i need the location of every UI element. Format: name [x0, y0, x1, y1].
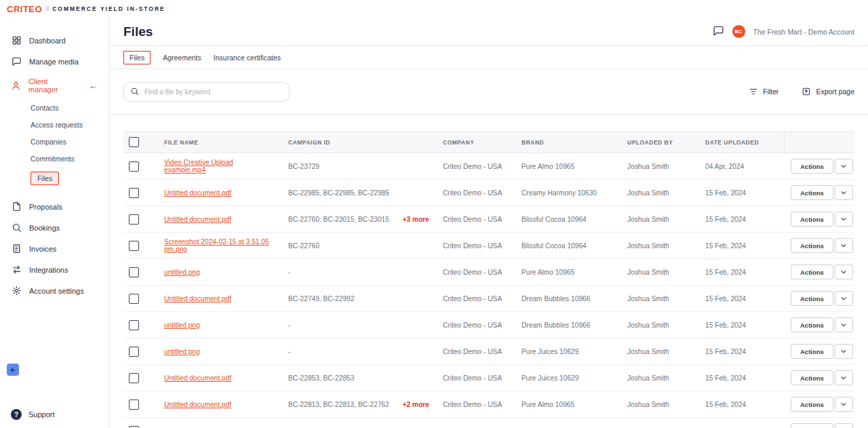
sidebar-item-dashboard[interactable]: Dashboard — [0, 30, 109, 51]
tab-files[interactable]: Files — [123, 51, 151, 64]
actions-button[interactable]: Actions — [791, 344, 833, 359]
actions-column-header — [784, 132, 854, 153]
actions-button[interactable]: Actions — [791, 238, 833, 253]
column-header[interactable]: Brand — [515, 132, 620, 153]
filter-button[interactable]: Filter — [749, 87, 778, 96]
more-campaigns-link[interactable]: +3 more — [397, 216, 429, 223]
company-cell: Criteo Demo - USA — [436, 365, 515, 391]
actions-button[interactable]: Actions — [791, 370, 833, 385]
file-name-link[interactable]: Untitled document.pdf — [164, 401, 231, 408]
campaign-id: BC-22985, BC-22985, BC-22985 — [288, 189, 389, 197]
chevron-down-icon — [840, 242, 847, 249]
table-row: Untitled document.pdfBC-22760, BC-23015,… — [123, 206, 854, 233]
sidebar-item-access-requests[interactable]: Access requests — [0, 116, 109, 133]
row-checkbox[interactable] — [129, 347, 139, 357]
sidebar-item-commitments[interactable]: Commitments — [0, 150, 109, 167]
row-checkbox[interactable] — [129, 188, 139, 198]
tab-agreements[interactable]: Agreements — [163, 54, 201, 62]
sidebar-item-invoices[interactable]: Invoices — [0, 238, 109, 259]
row-checkbox[interactable] — [129, 214, 139, 225]
actions-dropdown-button[interactable] — [835, 159, 853, 174]
actions-button[interactable]: Actions — [791, 317, 833, 332]
actions-button[interactable]: Actions — [791, 185, 833, 200]
campaign-id: - — [288, 348, 290, 355]
sidebar-item-companies[interactable]: Companies — [0, 133, 109, 150]
top-bar: CRITEO // COMMERCE YIELD IN-STORE — [0, 0, 868, 18]
row-checkbox[interactable] — [129, 373, 139, 383]
sidebar-item-proposals[interactable]: Proposals — [0, 196, 109, 217]
file-name-link[interactable]: untitled.png — [164, 348, 200, 355]
sidebar-item-client-manager[interactable]: Client manager← — [0, 72, 109, 99]
row-checkbox[interactable] — [129, 267, 139, 277]
date-uploaded-cell: 08 Feb, 2024 — [698, 418, 784, 428]
row-checkbox[interactable] — [129, 241, 139, 251]
actions-dropdown-button[interactable] — [835, 317, 853, 332]
actions-dropdown-button[interactable] — [835, 238, 853, 253]
tab-insurance-certificates[interactable]: Insurance certificates — [214, 54, 281, 62]
campaign-id: - — [288, 322, 290, 329]
column-header[interactable]: Uploaded by — [620, 132, 698, 153]
sidebar-item-manage-media[interactable]: Manage media — [0, 51, 109, 72]
actions-dropdown-button[interactable] — [835, 370, 853, 385]
file-name-link[interactable]: Untitled document.pdf — [164, 374, 231, 382]
actions-button[interactable]: Actions — [791, 291, 833, 306]
filter-label: Filter — [763, 87, 778, 96]
chevron-down-icon — [840, 322, 847, 328]
sidebar-item-integrations[interactable]: Integrations — [0, 259, 109, 280]
file-name-link[interactable]: Video Creative Upload example.mp4 — [164, 159, 233, 174]
collapse-sidebar-button[interactable] — [7, 364, 19, 376]
actions-dropdown-button[interactable] — [835, 423, 853, 428]
file-name-link[interactable]: untitled.png — [164, 322, 200, 329]
logo-separator: // — [45, 5, 49, 12]
arrow-left-icon — [9, 366, 17, 374]
actions-dropdown-button[interactable] — [835, 291, 853, 306]
sidebar-item-files[interactable]: Files — [0, 167, 109, 189]
page-header: Files BC The Fresh Mart - Demo Account — [110, 18, 868, 46]
company-cell: Criteo Demo - USA — [436, 338, 515, 365]
sidebar-item-label: Integrations — [29, 266, 68, 274]
more-campaigns-link[interactable]: +2 more — [397, 401, 429, 408]
sidebar-item-account-settings[interactable]: Account settings — [0, 280, 109, 301]
file-name-link[interactable]: Untitled document.pdf — [164, 189, 231, 197]
row-checkbox[interactable] — [129, 161, 139, 172]
column-header[interactable]: File name — [157, 132, 281, 153]
file-name-link[interactable]: untitled.png — [164, 269, 200, 276]
actions-button[interactable]: Actions — [791, 265, 833, 279]
files-table: File nameCampaign IDCompanyBrandUploaded… — [123, 131, 854, 428]
support-button[interactable]: ? Support — [11, 409, 55, 420]
actions-button[interactable]: Actions — [791, 159, 833, 174]
select-all-checkbox[interactable] — [129, 137, 139, 147]
export-page-button[interactable]: Export page — [802, 87, 854, 96]
account-avatar[interactable]: BC — [732, 25, 745, 38]
actions-dropdown-button[interactable] — [835, 212, 853, 227]
file-name-link[interactable]: Untitled document.pdf — [164, 295, 231, 303]
actions-dropdown-button[interactable] — [835, 265, 853, 279]
actions-dropdown-button[interactable] — [835, 344, 853, 359]
actions-button[interactable]: Actions — [791, 423, 833, 428]
date-uploaded-cell: 15 Feb, 2024 — [698, 338, 784, 365]
row-checkbox[interactable] — [129, 320, 139, 330]
row-checkbox[interactable] — [129, 400, 139, 410]
sidebar-item-label: Commitments — [31, 155, 75, 163]
sidebar-item-bookings[interactable]: Bookings — [0, 217, 109, 238]
search-input[interactable] — [123, 82, 290, 102]
company-cell: Criteo Demo - USA — [436, 206, 515, 233]
brand-cell: Blissful Cocoa 10964 — [515, 233, 620, 259]
table-row: Untitled document.pdfBC-22813, BC-22813,… — [123, 391, 854, 418]
column-header[interactable]: Date uploaded — [698, 132, 784, 153]
client-manager-icon — [11, 81, 21, 91]
column-header[interactable]: Company — [436, 132, 515, 153]
actions-button[interactable]: Actions — [791, 212, 833, 227]
sidebar-item-contacts[interactable]: Contacts — [0, 99, 109, 116]
date-uploaded-cell: 15 Feb, 2024 — [698, 233, 784, 259]
file-name-link[interactable]: Screenshot 2024-02-15 at 3.51.05 pm.png — [164, 238, 269, 253]
row-checkbox[interactable] — [129, 294, 139, 304]
row-checkbox[interactable] — [129, 426, 139, 428]
file-name-link[interactable]: Untitled document.pdf — [164, 216, 231, 223]
sidebar-item-label: Proposals — [29, 203, 62, 211]
actions-dropdown-button[interactable] — [835, 397, 853, 412]
actions-button[interactable]: Actions — [791, 397, 833, 412]
actions-dropdown-button[interactable] — [835, 185, 853, 200]
chat-button[interactable] — [713, 25, 724, 39]
column-header[interactable]: Campaign ID — [281, 132, 436, 153]
